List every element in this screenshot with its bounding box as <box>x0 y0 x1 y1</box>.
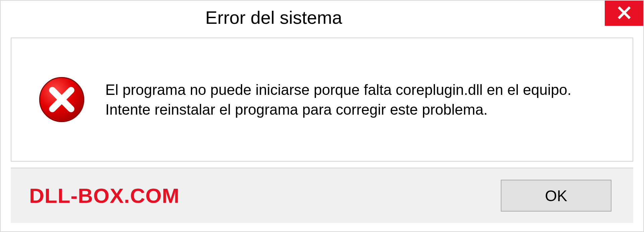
titlebar: Error del sistema <box>1 1 643 34</box>
close-icon <box>617 6 631 21</box>
error-message-line2: Intente reinstalar el programa para corr… <box>105 100 571 119</box>
error-message-line1: El programa no puede iniciarse porque fa… <box>105 80 571 100</box>
error-dialog: Error del sistema <box>0 0 644 232</box>
content-panel: El programa no puede iniciarse porque fa… <box>11 38 633 162</box>
footer: DLL-BOX.COM OK <box>11 168 633 223</box>
ok-button[interactable]: OK <box>501 180 611 212</box>
dialog-title: Error del sistema <box>205 7 342 28</box>
close-button[interactable] <box>605 1 643 26</box>
error-message: El programa no puede iniciarse porque fa… <box>105 80 571 120</box>
error-icon <box>38 76 85 123</box>
watermark-text: DLL-BOX.COM <box>29 184 179 208</box>
ok-button-label: OK <box>545 187 567 205</box>
